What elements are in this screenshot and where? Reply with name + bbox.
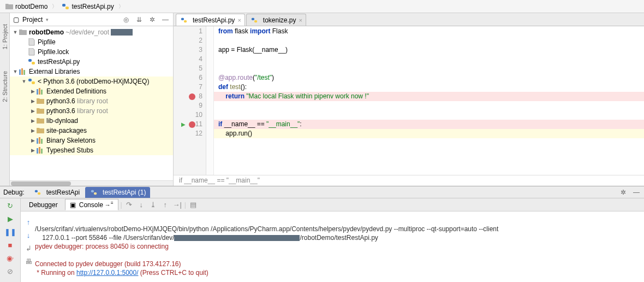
svg-rect-24 bbox=[91, 190, 94, 192]
pause-icon[interactable]: ❚❚ bbox=[5, 227, 15, 237]
dropdown-icon[interactable]: ▾ bbox=[46, 17, 49, 22]
svg-rect-20 bbox=[252, 17, 254, 20]
tree-lib-python36-2[interactable]: ▶python3.6 library root bbox=[10, 106, 173, 116]
view-breakpoints-icon[interactable]: ◉◦ bbox=[5, 253, 15, 263]
code-area[interactable]: from flask import Flask app = Flask(__na… bbox=[214, 26, 644, 175]
debug-config-tab-1[interactable]: testRestApi bbox=[29, 187, 84, 198]
run-to-cursor-icon[interactable]: →| bbox=[172, 200, 182, 210]
svg-rect-16 bbox=[39, 147, 40, 154]
svg-rect-1 bbox=[65, 7, 69, 9]
rerun-icon[interactable]: ↻ bbox=[5, 201, 15, 210]
tree-lib-extended[interactable]: ▶Extended Definitions bbox=[10, 86, 173, 96]
fold-column[interactable] bbox=[206, 26, 214, 175]
debug-sidebar: ↻ ▶ ❚❚ ■ ◉◦ ⊘ bbox=[0, 198, 21, 282]
console[interactable]: ↑ ↓ ↲ 🖶 /Users/crifan/.virtualenvs/robot… bbox=[21, 212, 644, 282]
side-tab-structure[interactable]: 2: Structure bbox=[2, 71, 8, 102]
editor-gutter[interactable]: 1 2 3 4 5 6 7 8 9 10 ▶11 12 bbox=[174, 26, 206, 175]
target-icon[interactable]: ◎ bbox=[122, 15, 130, 24]
breadcrumb-bar: robotDemo 〉 testRestApi.py 〉 bbox=[0, 0, 644, 13]
main-area: 1: Project 2: Structure ▢ Project ▾ ◎ ⇊ … bbox=[0, 13, 644, 186]
tree-lib-typeshed[interactable]: ▶Typeshed Stubs bbox=[10, 145, 173, 155]
project-panel-mode-icon[interactable]: ▢ bbox=[13, 16, 19, 24]
python-file-icon bbox=[90, 189, 98, 196]
close-icon[interactable]: × bbox=[299, 17, 302, 24]
python-file-icon bbox=[27, 58, 36, 66]
svg-rect-10 bbox=[39, 88, 40, 95]
close-icon[interactable]: × bbox=[237, 17, 241, 24]
file-icon bbox=[27, 38, 36, 46]
breadcrumb-root[interactable]: robotDemo bbox=[3, 2, 50, 11]
tree-lib-python36-1[interactable]: ▶python3.6 library root bbox=[10, 96, 173, 106]
stop-icon[interactable]: ■ bbox=[5, 240, 15, 250]
hide-icon[interactable]: — bbox=[161, 15, 170, 24]
python-file-icon bbox=[250, 16, 259, 24]
side-tab-project[interactable]: 1: Project bbox=[2, 24, 8, 49]
gear-icon[interactable]: ✲ bbox=[619, 188, 628, 197]
tree-lib-sitepackages[interactable]: ▶site-packages bbox=[10, 126, 173, 136]
console-output[interactable]: /Users/crifan/.virtualenvs/robotDemo-HXj… bbox=[35, 216, 642, 280]
debug-body: ↻ ▶ ❚❚ ■ ◉◦ ⊘ Debugger ▣ Console →≡ | ↷ … bbox=[0, 198, 644, 282]
editor-breadcrumb[interactable]: if __name__ == "__main__" bbox=[174, 175, 644, 186]
svg-rect-21 bbox=[254, 20, 257, 22]
debugger-tab[interactable]: Debugger bbox=[24, 199, 63, 210]
editor-panel: testRestApi.py × tokenize.py × 1 2 3 4 5… bbox=[174, 13, 644, 186]
scroll-down-icon[interactable]: ↓ bbox=[23, 230, 33, 240]
tree-file-testrestapi[interactable]: testRestApi.py bbox=[10, 57, 173, 67]
editor-body[interactable]: 1 2 3 4 5 6 7 8 9 10 ▶11 12 from flask i… bbox=[174, 26, 644, 175]
hide-icon[interactable]: — bbox=[632, 188, 641, 197]
step-out-icon[interactable]: ↑ bbox=[160, 200, 170, 210]
svg-rect-25 bbox=[94, 192, 97, 195]
svg-rect-11 bbox=[41, 90, 43, 95]
console-tab[interactable]: ▣ Console →≡ bbox=[65, 199, 118, 210]
python-file-icon bbox=[33, 189, 42, 196]
scroll-up-icon[interactable]: ↑ bbox=[23, 217, 33, 227]
breadcrumb-file-text: testRestApi.py bbox=[71, 3, 114, 10]
folder-icon bbox=[5, 3, 13, 10]
tree-lib-binary-skeletons[interactable]: ▶Binary Skeletons bbox=[10, 136, 173, 145]
evaluate-icon[interactable]: ▤ bbox=[188, 200, 198, 210]
editor-tab-testrestapi[interactable]: testRestApi.py × bbox=[176, 14, 245, 26]
side-tab-bar: 1: Project 2: Structure bbox=[0, 13, 10, 186]
debug-header: Debug: testRestApi testRestApi (1) ✲ — bbox=[0, 186, 644, 198]
python-icon bbox=[27, 78, 36, 85]
print-icon[interactable]: 🖶 bbox=[23, 256, 33, 266]
tree-scrollbar[interactable] bbox=[10, 180, 173, 186]
console-gutter: ↑ ↓ ↲ 🖶 bbox=[23, 216, 34, 280]
tree-lib-dynload[interactable]: ▶lib-dynload bbox=[10, 116, 173, 126]
step-into-icon[interactable]: ↓ bbox=[136, 200, 146, 210]
debug-config-tab-2[interactable]: testRestApi (1) bbox=[85, 187, 150, 198]
tree-file-pipfile[interactable]: Pipfile bbox=[10, 37, 173, 47]
breakpoint-icon[interactable] bbox=[189, 121, 195, 128]
python-file-icon bbox=[180, 16, 188, 24]
breadcrumb-root-text: robotDemo bbox=[15, 3, 47, 10]
debug-label: Debug: bbox=[3, 189, 25, 196]
gear-icon[interactable]: ✲ bbox=[148, 15, 157, 24]
tree-root[interactable]: ▼ robotDemo ~/dev/dev_root bbox=[10, 27, 173, 37]
soft-wrap-icon[interactable]: ↲ bbox=[23, 243, 33, 253]
svg-rect-3 bbox=[32, 62, 35, 64]
tree-external-libraries[interactable]: ▼External Libraries bbox=[10, 67, 173, 77]
collapse-icon[interactable]: ⇊ bbox=[135, 15, 144, 24]
library-icon bbox=[36, 87, 45, 95]
folder-icon bbox=[36, 107, 45, 115]
library-icon bbox=[36, 137, 45, 144]
svg-rect-6 bbox=[23, 70, 25, 75]
breakpoint-icon[interactable] bbox=[189, 93, 195, 100]
folder-icon bbox=[36, 117, 45, 125]
library-icon bbox=[19, 68, 27, 75]
tree-file-pipfile-lock[interactable]: Pipfile.lock bbox=[10, 47, 173, 57]
console-link[interactable]: http://127.0.0.1:5000/ bbox=[76, 269, 138, 277]
force-step-into-icon[interactable]: ⤓ bbox=[148, 200, 158, 210]
run-gutter-icon[interactable]: ▶ bbox=[181, 120, 186, 129]
debug-toolbar: Debugger ▣ Console →≡ | ↷ ↓ ⤓ ↑ →| | ▤ bbox=[21, 198, 644, 212]
resume-icon[interactable]: ▶ bbox=[5, 214, 15, 224]
breadcrumb-file[interactable]: testRestApi.py bbox=[59, 2, 116, 11]
mute-breakpoints-icon[interactable]: ⊘ bbox=[5, 266, 15, 276]
project-tree[interactable]: ▼ robotDemo ~/dev/dev_root Pipfile Pipfi… bbox=[10, 26, 173, 180]
editor-tab-tokenize[interactable]: tokenize.py × bbox=[246, 14, 306, 26]
step-over-icon[interactable]: ↷ bbox=[124, 200, 134, 210]
scrollbar-thumb[interactable] bbox=[11, 181, 71, 186]
tree-python-env[interactable]: ▼< Python 3.6 (robotDemo-HXjMJQEQ) bbox=[10, 77, 173, 86]
svg-rect-22 bbox=[35, 190, 38, 192]
editor-tabs: testRestApi.py × tokenize.py × bbox=[174, 13, 644, 26]
